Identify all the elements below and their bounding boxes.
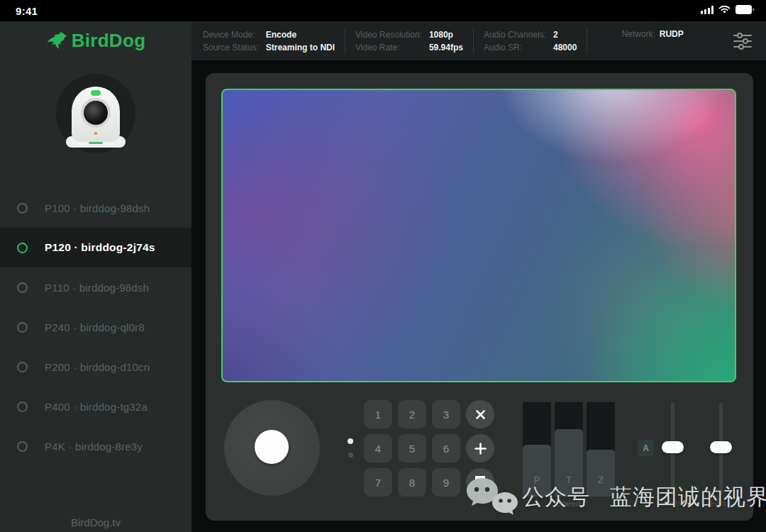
auto-focus-button[interactable]: A xyxy=(638,440,654,456)
focus-caption: Focus xyxy=(699,499,744,507)
focus-slider-handle[interactable] xyxy=(710,441,732,453)
radio-icon xyxy=(17,441,28,452)
zoom-speed-fader[interactable]: Z xyxy=(587,402,615,497)
audio-sr-value: 48000 xyxy=(553,43,577,52)
radio-icon xyxy=(17,362,28,372)
video-rate-label: Video Rate: xyxy=(355,43,422,52)
preset-key-1[interactable]: 1 xyxy=(364,400,392,428)
radio-icon xyxy=(17,282,28,293)
header-group-device: Device Mode: Source Status: Encode Strea… xyxy=(203,30,335,52)
video-rate-value: 59.94fps xyxy=(429,43,463,52)
preset-key-7[interactable]: 7 xyxy=(364,468,392,497)
zoom-label: Z xyxy=(587,475,615,485)
ptz-joystick[interactable] xyxy=(224,400,320,496)
tilt-label: T xyxy=(555,475,583,485)
status-header: Device Mode: Source Status: Encode Strea… xyxy=(192,21,766,60)
birddog-app: 9:41 xyxy=(0,0,766,532)
header-group-audio: Audio Channels: Audio SR: 2 48000 xyxy=(484,30,577,52)
preset-key-6[interactable]: 6 xyxy=(432,434,460,462)
cellular-signal-icon xyxy=(701,4,714,17)
header-group-network: Network: RUDP xyxy=(621,29,683,39)
video-preview[interactable] xyxy=(221,89,736,382)
audio-channels-value: 2 xyxy=(553,30,577,40)
radio-icon xyxy=(17,322,28,333)
joystick-knob[interactable] xyxy=(255,430,289,464)
camera-brandmark xyxy=(89,142,103,144)
manual-slider-handle[interactable] xyxy=(662,441,684,453)
device-list-item[interactable]: P200 · birddog-d10cn xyxy=(0,347,192,387)
zoom-speed-fill[interactable]: Z xyxy=(587,450,615,497)
camera-lens xyxy=(84,101,108,125)
source-status-label: Source Status: xyxy=(203,43,259,52)
audio-channels-label: Audio Channels: xyxy=(484,30,546,40)
page-indicator xyxy=(348,438,353,458)
tilt-speed-fader[interactable]: T xyxy=(555,402,583,497)
device-label: P120 · birddog-2j74s xyxy=(45,241,155,254)
video-resolution-label: Video Resolution: xyxy=(355,30,422,40)
header-group-video: Video Resolution: Video Rate: 1080p 59.9… xyxy=(355,30,463,52)
preset-key-8[interactable]: 8 xyxy=(398,468,426,497)
network-value: RUDP xyxy=(660,29,684,39)
preset-key-2[interactable]: 2 xyxy=(398,400,426,428)
manual-caption: Manual xyxy=(650,499,696,507)
battery-icon xyxy=(736,4,755,17)
page-dot xyxy=(348,453,353,458)
device-list: P100 · birddog-98dsh P120 · birddog-2j74… xyxy=(0,188,192,466)
clock: 9:41 xyxy=(16,5,38,17)
bird-icon xyxy=(46,31,69,51)
tilt-speed-fill[interactable]: T xyxy=(555,429,583,497)
sidebar: BirdDog P100 · birddog-98dsh P120 · bird… xyxy=(0,21,192,532)
preset-key-5[interactable]: 5 xyxy=(398,434,426,462)
pan-speed-fader[interactable]: P xyxy=(523,402,551,497)
plus-icon xyxy=(474,443,487,455)
camera-thumbnail xyxy=(56,74,135,153)
preset-keypad: 1 2 3 4 5 6 7 8 9 xyxy=(364,400,460,497)
device-list-item[interactable]: P4K · birddog-8re3y xyxy=(0,426,192,466)
ptz-speed-faders: P T Z xyxy=(523,402,615,497)
video-resolution-value: 1080p xyxy=(429,30,463,40)
add-preset-button[interactable] xyxy=(466,434,494,462)
audio-sr-label: Audio SR: xyxy=(484,43,546,52)
device-label: P240 · birddog-ql0r8 xyxy=(45,321,145,333)
camera-body xyxy=(72,87,120,142)
radio-icon xyxy=(17,203,28,214)
close-icon xyxy=(475,409,486,420)
device-list-item[interactable]: P110 · birddog-98dsh xyxy=(0,267,192,307)
birddog-logo: BirdDog xyxy=(0,30,192,52)
pan-speed-fill[interactable]: P xyxy=(523,445,551,497)
device-label: P200 · birddog-d10cn xyxy=(45,361,150,373)
bookmark-icon xyxy=(475,476,485,489)
camera-led xyxy=(91,90,101,96)
device-label: P400 · birddog-tg32a xyxy=(45,401,148,413)
close-button[interactable] xyxy=(466,400,494,428)
camera-indicator-dot xyxy=(94,132,98,135)
device-label: P4K · birddog-8re3y xyxy=(45,440,143,453)
status-bar: 9:41 xyxy=(0,0,766,21)
preset-key-4[interactable]: 4 xyxy=(364,434,392,462)
speed-caption: Speed xyxy=(523,499,614,509)
device-label: P100 · birddog-98dsh xyxy=(45,202,150,214)
device-mode-value: Encode xyxy=(266,30,335,40)
page-dot-active xyxy=(348,438,353,444)
device-list-item[interactable]: P100 · birddog-98dsh xyxy=(0,188,192,228)
preset-key-9[interactable]: 9 xyxy=(432,468,460,497)
device-list-item[interactable]: P400 · birddog-tg32a xyxy=(0,387,192,426)
header-divider xyxy=(345,28,345,54)
radio-icon xyxy=(17,401,28,412)
settings-sliders-icon[interactable] xyxy=(733,31,752,52)
source-status-value: Streaming to NDI xyxy=(266,43,335,52)
header-divider xyxy=(587,28,587,54)
sidebar-footer: BirdDog.tv xyxy=(0,516,192,528)
device-mode-label: Device Mode: xyxy=(203,30,259,40)
wifi-icon xyxy=(718,4,731,17)
device-list-item-selected[interactable]: P120 · birddog-2j74s xyxy=(0,228,192,267)
pan-label: P xyxy=(523,475,551,485)
brand-name: BirdDog xyxy=(72,30,146,52)
radio-selected-icon xyxy=(17,243,28,253)
network-label: Network: xyxy=(621,29,655,39)
device-list-item[interactable]: P240 · birddog-ql0r8 xyxy=(0,307,192,347)
header-divider xyxy=(473,28,474,54)
save-preset-button[interactable] xyxy=(466,468,494,497)
preset-key-3[interactable]: 3 xyxy=(432,400,460,428)
device-label: P110 · birddog-98dsh xyxy=(45,282,149,294)
